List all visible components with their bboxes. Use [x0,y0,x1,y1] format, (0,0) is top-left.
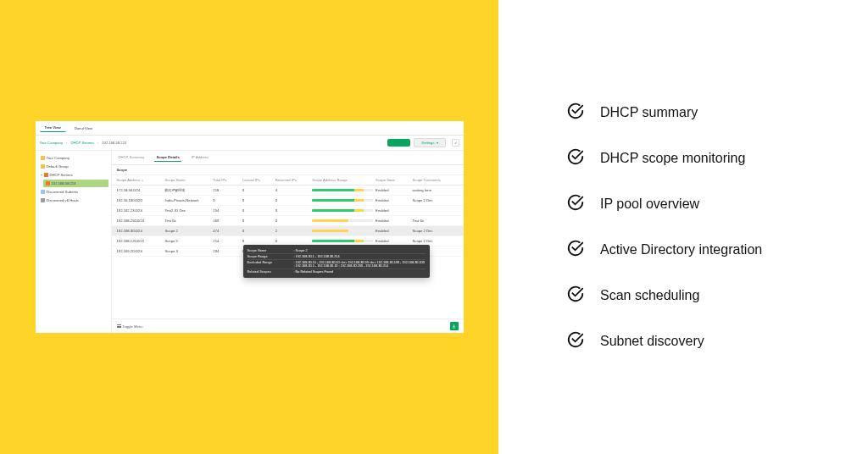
tab-tree-view[interactable]: Tree View [40,124,66,132]
range-bar [312,199,373,202]
table-header: Scope Address▴ Scope Name Total IPs Leas… [112,175,464,185]
server-icon [46,181,50,185]
tooltip-label-excluded: Excluded Range [248,261,294,268]
check-circle-icon [566,330,585,352]
chevron-down-icon: ▾ [402,141,403,145]
range-bar [312,209,373,212]
feature-label: Scan scheduling [600,288,699,303]
app-screenshot: Tree View Donut View Your Company › DHCP… [36,121,464,333]
feature-list: DHCP summary DHCP scope monitoring IP po… [498,0,868,454]
sort-icon: ▴ [142,179,143,182]
tooltip-value-excluded: : 192.168.30.15 - 192.168.30.50 <br> 192… [294,261,426,268]
breadcrumb: Your Company › DHCP Servers › 192.168.58… [36,136,464,151]
hamburger-icon [117,324,121,327]
expand-icon[interactable]: ⤢ [452,139,459,147]
col-scope-range[interactable]: Scope Address Range [312,178,373,182]
tooltip-label-scope-range: Scope Range [248,255,294,258]
server-icon [44,173,48,177]
col-scope-state[interactable]: Scope State [376,178,409,182]
sidebar-item-dhcp-servers[interactable]: ▾DHCP Servers [38,171,108,179]
tooltip-value-scope-range: : 192.168.30.1 - 192.168.30.254 [294,255,426,258]
toggle-menu-button[interactable]: Toggle Menu [117,324,143,329]
feature-item: IP pool overview [566,193,868,215]
col-total-ips[interactable]: Total IPs [213,178,239,182]
crumb-company[interactable]: Your Company [40,141,64,145]
sidebar-item-company[interactable]: Your Company [38,154,108,162]
sidebar-item-server-ip[interactable]: 192.168.58.224 [43,180,108,187]
feature-label: DHCP summary [600,105,698,120]
range-bar [312,219,373,222]
check-circle-icon [566,147,585,169]
col-reserved-ips[interactable]: Reserved IPs [275,178,309,182]
tab-ip-address[interactable]: IP Address [190,153,210,162]
table-row[interactable]: 192.162.23.0/24Test2 31 Dec25400Enabled [112,206,464,216]
tooltip-value-related: : No Related Scopes Found [294,270,426,274]
feature-item: Subnet discovery [566,330,868,352]
folder-icon [41,156,45,160]
sidebar-tree: Your Company Default Group ▾DHCP Servers… [36,151,112,333]
crumb-current-server: 192.168.58.224 [102,141,126,145]
bottombar: Toggle Menu [112,318,464,333]
table-row[interactable]: 192.16.100.0/20India-Private-Network000E… [112,196,464,206]
feature-label: IP pool overview [600,197,699,212]
tooltip-label-scope-name: Scope Name [248,249,294,252]
sidebar-item-discovered-v6-hosts[interactable]: Discovered v6 Hosts [38,197,108,204]
chevron-down-icon: ▾ [437,141,438,145]
feature-item: Active Directory integration [566,239,868,261]
check-circle-icon [566,239,585,261]
table-row[interactable]: 172.18.94.0/24测试IP管理域21804Enabledwaiting… [112,185,464,196]
feature-item: DHCP scope monitoring [566,147,868,169]
range-bar [312,240,373,242]
col-scope-comments[interactable]: Scope Comments [413,178,459,182]
subnet-icon [41,190,45,194]
col-leased-ips[interactable]: Leased IPs [242,178,273,182]
folder-icon [41,164,45,169]
range-bar [312,230,373,232]
sidebar-item-discovered-subnets[interactable]: Discovered Subnets [38,188,108,196]
check-circle-icon [566,285,585,307]
feature-label: DHCP scope monitoring [600,151,745,166]
col-scope-address[interactable]: Scope Address▴ [117,178,163,182]
content-tabs: DHCP Summary Scope Details IP Address [112,151,464,165]
add-button[interactable]: Add ▾ [387,139,410,147]
feature-item: DHCP summary [566,102,868,124]
download-icon [452,324,456,329]
tab-scope-details[interactable]: Scope Details [154,153,181,162]
col-scope-name[interactable]: Scope Name [164,178,210,182]
marketing-left-panel: Tree View Donut View Your Company › DHCP… [0,0,498,454]
table-row[interactable]: 192.168.30.0/24Scope 247402EnabledScope … [112,226,464,236]
export-button[interactable] [450,322,459,330]
range-bar [312,189,373,191]
check-circle-icon [566,193,585,215]
sidebar-item-default-group[interactable]: Default Group [38,163,108,170]
settings-button[interactable]: Settings ▾ [414,138,445,147]
tab-dhcp-summary[interactable]: DHCP Summary [117,153,147,162]
scope-table: Scope Address▴ Scope Name Total IPs Leas… [112,175,464,318]
scope-tooltip: Scope Name: Scope 2 Scope Range: 192.168… [243,245,430,278]
crumb-dhcp-servers[interactable]: DHCP Servers [70,141,93,145]
feature-item: Scan scheduling [566,285,868,307]
tab-donut-view[interactable]: Donut View [70,125,97,132]
tooltip-label-related: Related Scopes [248,270,294,274]
host-icon [41,198,45,202]
top-view-tabs: Tree View Donut View [36,121,464,136]
feature-label: Active Directory integration [600,242,762,257]
tooltip-value-scope-name: : Scope 2 [294,249,426,252]
table-row[interactable]: 192.168.250.0/24Test 6x16900EnabledTest … [112,216,464,226]
scope-heading: Scope [112,165,464,175]
check-circle-icon [566,102,585,124]
feature-label: Subnet discovery [600,334,704,349]
